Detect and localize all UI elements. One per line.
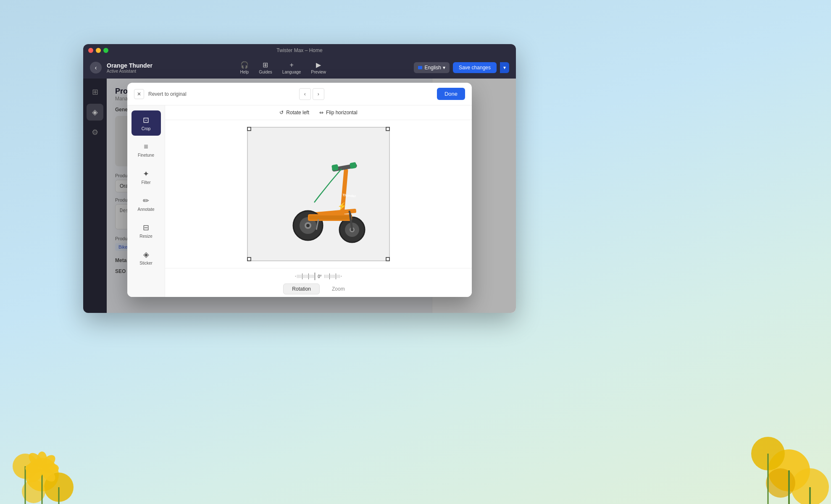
flip-horizontal-label: Flip horizontal [326,110,358,116]
nav-guides-label: Guides [259,70,272,74]
nav-preview-label: Preview [311,70,326,74]
editor-canvas: ↺ Rotate left ⇔ Flip horizontal [165,105,472,297]
ruler-tick [333,275,334,278]
language-button[interactable]: English ▾ [414,62,450,73]
tool-crop-button[interactable]: ⊡ Crop [131,110,161,136]
ruler-tick [337,275,337,278]
tab-rotation-label: Rotation [292,286,311,292]
ruler-start: • [295,274,296,278]
ruler-tick [331,275,331,278]
editor-bottom: • [165,268,472,297]
window-title: Twister Max – Home [276,47,322,53]
svg-text:⚡: ⚡ [337,202,347,211]
preview-icon: ▶ [316,61,321,69]
nav-preview[interactable]: ▶ Preview [311,61,326,74]
minimize-button[interactable] [96,48,101,53]
tool-sticker-button[interactable]: ◈ Sticker [131,245,161,270]
tool-filter-label: Filter [141,180,150,185]
ruler-tick [301,275,301,278]
app-window: Twister Max – Home ‹ Orange Thunder Acti… [83,44,516,313]
help-icon: 🎧 [240,61,249,69]
ruler-tick [313,275,314,278]
crop-container[interactable]: ⚡ Thunder [247,127,390,261]
maximize-button[interactable] [103,48,108,53]
crop-handle-bl[interactable] [247,257,251,261]
nav-help[interactable]: 🎧 Help [240,61,249,74]
crop-handle-tl[interactable] [247,127,251,131]
sticker-icon: ◈ [143,250,149,259]
modal-done-button[interactable]: Done [437,88,465,100]
modal-next-button[interactable]: › [313,88,324,100]
finetune-icon: ≡ [144,142,148,151]
modal-overlay: ✕ Revert to original ‹ › Done [83,79,516,313]
brand-name: Orange Thunder [107,62,153,69]
rotation-value: 0° [318,274,322,279]
product-scooter-image: ⚡ Thunder [260,135,377,253]
flip-horizontal-icon: ⇔ [319,110,323,116]
resize-icon: ⊟ [143,223,149,232]
modal-prev-button[interactable]: ‹ [299,88,311,100]
header-nav: 🎧 Help ⊞ Guides + Language ▶ Preview [158,61,409,74]
language-icon: + [289,61,293,69]
crop-icon: ⊡ [143,116,149,125]
annotate-icon: ✏ [143,196,149,205]
nav-language[interactable]: + Language [282,61,301,74]
guides-icon: ⊞ [263,61,268,69]
editor-tools: ⊡ Crop ≡ Finetune ✦ Filter ✏ [127,105,165,297]
tab-rotation[interactable]: Rotation [283,284,320,294]
tool-sticker-label: Sticker [139,261,153,265]
ruler-tick [326,275,326,278]
crop-handle-br[interactable] [386,257,390,261]
ruler-tick [338,275,339,278]
revert-to-original-button[interactable]: Revert to original [148,91,187,97]
editor-image-area: ⚡ Thunder [165,120,472,268]
ruler-tick [303,275,304,278]
ruler-tick [339,275,340,278]
tool-annotate-label: Annotate [137,207,154,212]
tool-finetune-label: Finetune [138,153,154,158]
ruler-tick [312,275,313,278]
save-changes-arrow-button[interactable]: ▾ [500,62,509,73]
language-label: English [425,65,441,71]
header-actions: English ▾ Save changes ▾ [414,62,509,73]
ruler-tick [334,275,335,278]
tool-annotate-button[interactable]: ✏ Annotate [131,191,161,216]
svg-rect-36 [331,164,339,171]
title-bar: Twister Max – Home [83,44,516,57]
flip-horizontal-action[interactable]: ⇔ Flip horizontal [319,110,358,116]
app-header: ‹ Orange Thunder Active Assistant 🎧 Help… [83,57,516,79]
tool-filter-button[interactable]: ✦ Filter [131,164,161,189]
tool-resize-button[interactable]: ⊟ Resize [131,218,161,243]
ruler-center-tick [315,273,315,280]
close-button[interactable] [88,48,93,53]
tool-crop-label: Crop [142,126,151,131]
ruler-tick-major [302,273,302,279]
brand-subtitle: Active Assistant [107,69,153,74]
modal-close-button[interactable]: ✕ [134,89,144,99]
rotate-left-action[interactable]: ↺ Rotate left [279,110,309,116]
back-button[interactable]: ‹ [90,62,102,74]
modal-navigation: ‹ › [299,88,324,100]
svg-line-33 [349,211,350,213]
tool-finetune-button[interactable]: ≡ Finetune [131,137,161,163]
ruler-end: • [341,274,342,278]
ruler-tick [306,275,306,278]
ruler-tick [311,275,311,278]
close-icon: ✕ [137,91,141,97]
ruler-tick-major [336,273,336,279]
svg-point-25 [306,224,310,227]
nav-guides[interactable]: ⊞ Guides [259,61,272,74]
modal-close-area: ✕ Revert to original [134,89,187,99]
crop-handle-tr[interactable] [386,127,390,131]
save-changes-button[interactable]: Save changes [453,62,497,73]
window-controls [88,48,108,53]
image-editor-modal: ✕ Revert to original ‹ › Done [127,83,472,297]
tab-zoom-label: Zoom [332,286,345,292]
tab-zoom[interactable]: Zoom [323,284,354,294]
lang-chevron-icon: ▾ [443,65,445,71]
nav-help-label: Help [240,70,249,74]
ruler-tick-major [308,273,309,279]
ruler-tick [328,275,329,278]
ruler-tick [310,275,310,278]
editor-toolbar: ↺ Rotate left ⇔ Flip horizontal [165,105,472,120]
